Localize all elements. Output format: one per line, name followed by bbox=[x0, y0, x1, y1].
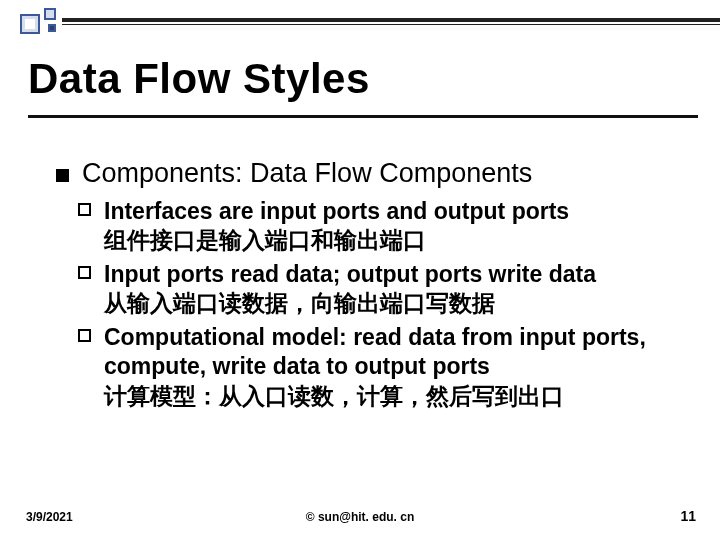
footer-copyright: © sun@hit. edu. cn bbox=[0, 510, 720, 524]
bullet-cn: 组件接口是输入端口和输出端口 bbox=[104, 227, 426, 253]
divider bbox=[62, 18, 720, 22]
square-icon bbox=[44, 8, 56, 20]
body-content: Components: Data Flow Components Interfa… bbox=[56, 158, 692, 411]
footer: 3/9/2021 © sun@hit. edu. cn 11 bbox=[0, 504, 720, 524]
divider bbox=[28, 115, 698, 118]
slide-title: Data Flow Styles bbox=[28, 55, 370, 103]
bullet-en: Interfaces are input ports and output po… bbox=[104, 198, 569, 224]
bullet-cn: 从输入端口读数据，向输出端口写数据 bbox=[104, 290, 495, 316]
bullet-cn: 计算模型：从入口读数，计算，然后写到出口 bbox=[104, 383, 564, 409]
divider bbox=[62, 24, 720, 25]
bullet-level2: Interfaces are input ports and output po… bbox=[56, 197, 692, 256]
slide: Data Flow Styles Components: Data Flow C… bbox=[0, 0, 720, 540]
bullet-level2: Computational model: read data from inpu… bbox=[56, 323, 692, 411]
hollow-square-icon bbox=[78, 329, 91, 342]
square-icon bbox=[20, 14, 40, 34]
hollow-square-icon bbox=[78, 266, 91, 279]
bullet-level2: Input ports read data; output ports writ… bbox=[56, 260, 692, 319]
bullet-en: Computational model: read data from inpu… bbox=[104, 324, 646, 379]
square-icon bbox=[48, 24, 56, 32]
bullet-level1: Components: Data Flow Components bbox=[56, 158, 692, 189]
page-number: 11 bbox=[680, 508, 696, 524]
hollow-square-icon bbox=[78, 203, 91, 216]
bullet-en: Input ports read data; output ports writ… bbox=[104, 261, 596, 287]
